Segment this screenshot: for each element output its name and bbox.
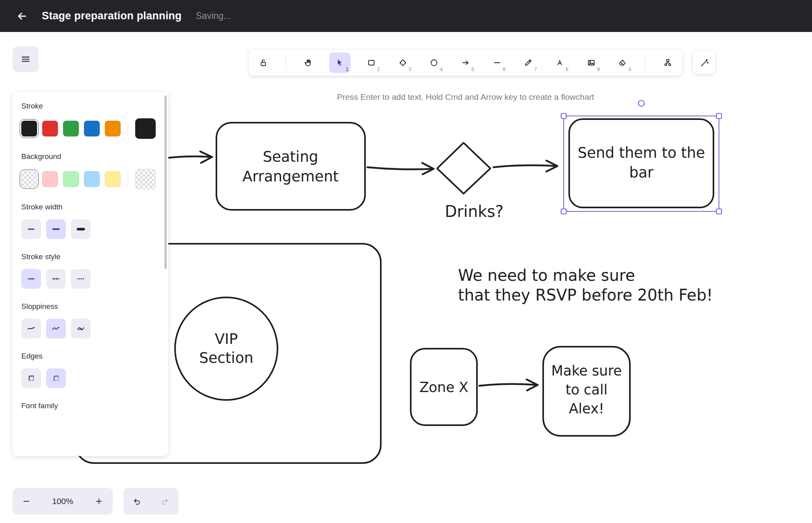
stroke-width-thin[interactable] [21,219,41,239]
edges-label: Edges [21,352,160,360]
app-header: Stage preparation planning Saving... [0,0,812,32]
toolbar-hint: Press Enter to add text. Hold Cmd and Ar… [249,92,682,102]
tool-shortcut: 8 [566,66,568,72]
current-bg-color[interactable] [135,169,156,189]
history-controls [123,488,179,515]
arrow-seating-to-diamond[interactable] [367,163,434,174]
node-call-alex[interactable]: Make sure to call Alex! [543,347,630,436]
text-icon [555,58,564,67]
send-label-line1: Send them to the [577,144,705,161]
stroke-color-red[interactable] [42,121,58,136]
solid-line-icon [26,274,36,284]
bg-color-blue[interactable] [84,171,100,187]
send-label-line2: bar [629,164,654,181]
eraser-icon [618,58,627,67]
sloppiness-cartoonist[interactable] [71,319,91,338]
edges-round[interactable] [46,368,66,388]
seating-label-line2: Arrangement [242,168,339,185]
tool-more-shapes[interactable] [657,52,678,73]
node-zone-x[interactable]: Zone X [411,349,477,425]
tool-eraser[interactable]: 0 [612,52,633,73]
architect-stroke-icon [26,324,36,333]
background-label: Background [21,152,160,161]
alex-label-line1: Make sure [551,363,622,379]
redo-icon [160,497,169,506]
selection-handle-bottom-right[interactable] [717,209,722,214]
arrow-zone-to-alex[interactable] [479,379,538,390]
tool-lock[interactable] [253,52,274,73]
image-icon [587,58,596,67]
sloppiness-architect[interactable] [21,319,41,338]
tool-text[interactable]: 8 [549,52,570,73]
selection-handle-bottom-left[interactable] [561,209,566,214]
bg-color-green[interactable] [63,171,79,187]
more-tools-icon [663,58,672,67]
stroke-style-dotted[interactable] [71,269,91,289]
ellipse-icon [429,58,439,67]
bg-color-pink[interactable] [42,171,58,187]
stroke-section: Stroke [21,102,160,139]
edges-sharp[interactable] [21,368,41,388]
alex-label-line3: Alex! [569,401,604,417]
dashed-line-icon [51,274,61,284]
tool-rectangle[interactable]: 2 [361,52,382,73]
current-stroke-color[interactable] [135,118,156,139]
tool-shortcut: 4 [440,66,443,72]
tool-toolbar: 1 2 3 4 5 6 7 8 9 0 [249,50,682,76]
undo-icon [132,497,142,506]
selection-handle-top-left[interactable] [561,114,566,119]
note-text[interactable]: We need to make sure that they RSVP befo… [458,266,713,304]
thin-line-icon [26,224,36,234]
tool-hand[interactable] [298,52,319,73]
undo-button[interactable] [123,488,151,515]
main-menu-button[interactable] [13,46,39,72]
tool-shortcut: 6 [503,66,505,72]
plus-icon [95,497,103,506]
selection-handle-top-right[interactable] [717,114,722,119]
tool-arrow[interactable]: 5 [455,52,476,73]
line-icon [492,58,502,67]
zoom-out-button[interactable] [13,488,40,515]
zoom-in-button[interactable] [85,488,113,515]
tool-ellipse[interactable]: 4 [423,52,445,73]
lock-icon [259,58,268,67]
vip-label-line1: VIP [215,331,238,347]
stroke-width-medium[interactable] [46,219,66,239]
stroke-color-orange[interactable] [105,121,121,136]
node-send-to-bar[interactable]: Send them to the bar [569,119,713,207]
rectangle-icon [367,58,376,67]
bg-color-transparent[interactable] [21,171,37,187]
tool-image[interactable]: 9 [581,52,602,73]
redo-button[interactable] [151,488,179,515]
sloppiness-section: Sloppiness [21,302,160,338]
magic-wand-button[interactable] [693,51,715,74]
arrow-diamond-to-send[interactable] [494,161,557,172]
node-vip-section[interactable]: VIP Section [175,297,277,400]
sharp-corner-icon [26,374,36,383]
back-button[interactable] [11,5,33,27]
bg-color-yellow[interactable] [105,171,121,187]
node-seating-arrangement[interactable]: Seating Arrangement [216,123,365,210]
stroke-width-section: Stroke width [21,203,160,239]
stroke-color-green[interactable] [63,121,79,136]
tool-draw[interactable]: 7 [518,52,539,73]
hamburger-icon [20,54,31,64]
stroke-width-thick[interactable] [71,219,91,239]
stroke-color-blue[interactable] [84,121,100,136]
stroke-color-black[interactable] [21,121,37,136]
stroke-style-solid[interactable] [21,269,41,289]
zoom-level[interactable]: 100% [40,497,85,506]
stroke-style-dashed[interactable] [46,269,66,289]
tool-shortcut: 2 [377,66,380,72]
node-drinks-diamond[interactable]: Drinks? [437,143,503,220]
dotted-line-icon [76,274,86,284]
stroke-width-label: Stroke width [21,203,160,211]
sloppiness-artist[interactable] [46,319,66,338]
tool-line[interactable]: 6 [486,52,508,73]
toolbar-divider [286,56,286,69]
medium-line-icon [51,224,61,234]
arrow-into-seating[interactable] [165,151,212,163]
tool-diamond[interactable]: 3 [392,52,413,73]
panel-scrollbar[interactable] [164,95,167,269]
tool-selection[interactable]: 1 [329,52,350,73]
